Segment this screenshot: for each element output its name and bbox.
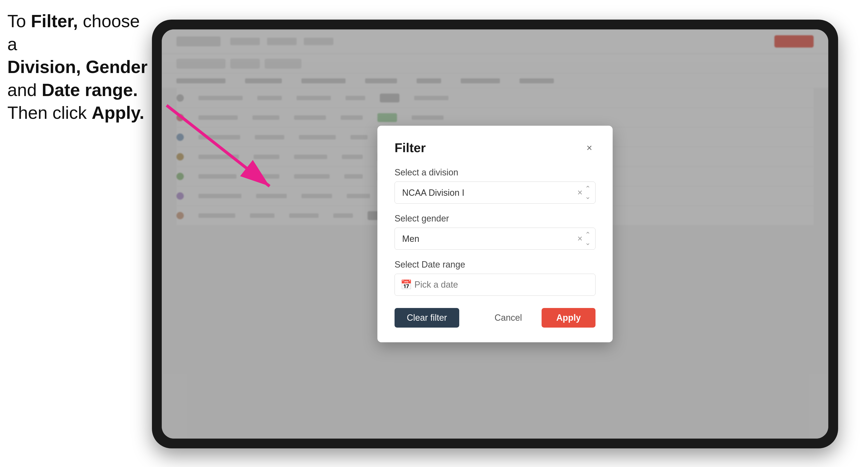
- gender-label: Select gender: [395, 213, 595, 224]
- modal-header: Filter ×: [395, 141, 595, 155]
- bold-division-gender: Division, Gender: [7, 57, 148, 77]
- date-input[interactable]: [395, 274, 595, 296]
- gender-select[interactable]: Men: [395, 228, 595, 250]
- gender-select-wrapper: Men × ⌃⌄: [395, 228, 595, 250]
- tablet-screen: Filter × Select a division NCAA Division…: [162, 29, 828, 439]
- modal-title: Filter: [395, 141, 426, 155]
- instruction-text: To Filter, choose a Division, Gender and…: [7, 10, 150, 124]
- tablet-device: Filter × Select a division NCAA Division…: [152, 20, 838, 448]
- date-input-wrapper: 📅: [395, 274, 595, 296]
- close-icon: ×: [586, 142, 592, 153]
- gender-select-icons: × ⌃⌄: [577, 230, 591, 247]
- calendar-icon: 📅: [400, 279, 412, 290]
- division-form-group: Select a division NCAA Division I × ⌃⌄: [395, 167, 595, 204]
- gender-clear-icon[interactable]: ×: [577, 234, 583, 244]
- division-chevron-icon: ⌃⌄: [585, 185, 591, 201]
- bold-filter: Filter,: [31, 11, 78, 31]
- clear-filter-button[interactable]: Clear filter: [395, 308, 459, 328]
- modal-actions: Clear filter Cancel Apply: [395, 308, 595, 328]
- date-label: Select Date range: [395, 259, 595, 270]
- division-select-icons: × ⌃⌄: [577, 185, 591, 201]
- division-select-wrapper: NCAA Division I × ⌃⌄: [395, 182, 595, 204]
- apply-button[interactable]: Apply: [541, 308, 595, 328]
- bold-date-range: Date range.: [42, 80, 138, 100]
- division-select[interactable]: NCAA Division I: [395, 182, 595, 204]
- modal-close-button[interactable]: ×: [583, 142, 595, 154]
- filter-modal: Filter × Select a division NCAA Division…: [377, 126, 613, 342]
- date-form-group: Select Date range 📅: [395, 259, 595, 296]
- gender-form-group: Select gender Men × ⌃⌄: [395, 213, 595, 250]
- bold-apply: Apply.: [92, 103, 144, 123]
- division-clear-icon[interactable]: ×: [577, 187, 583, 198]
- division-label: Select a division: [395, 167, 595, 178]
- gender-chevron-icon: ⌃⌄: [585, 230, 591, 247]
- modal-actions-right: Cancel Apply: [482, 308, 595, 328]
- cancel-button[interactable]: Cancel: [482, 308, 534, 328]
